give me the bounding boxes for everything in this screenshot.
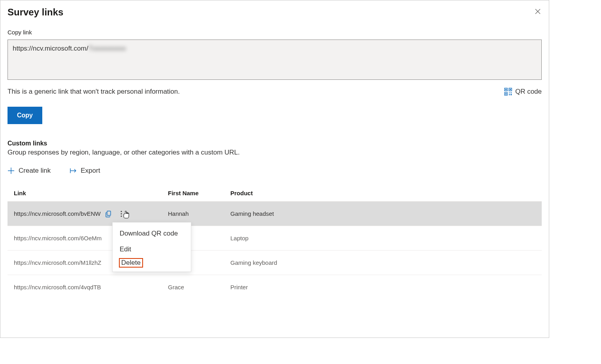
export-label: Export <box>81 167 100 175</box>
row-product: Gaming headset <box>224 202 542 226</box>
context-edit[interactable]: Edit <box>113 241 191 257</box>
svg-point-12 <box>121 213 122 214</box>
custom-links-description: Group responses by region, language, or … <box>8 149 542 157</box>
svg-rect-7 <box>511 92 512 93</box>
create-link-label: Create link <box>19 167 51 175</box>
context-delete[interactable]: Delete <box>118 257 144 268</box>
table-row[interactable]: https://ncv.microsoft.com/4vqdTBGracePri… <box>8 275 542 300</box>
close-icon <box>535 8 541 15</box>
qr-code-icon <box>504 88 512 96</box>
export-button[interactable]: Export <box>70 167 100 175</box>
close-button[interactable] <box>532 6 543 17</box>
row-link-text: https://ncv.microsoft.com/6OeMm <box>14 235 102 241</box>
svg-rect-1 <box>505 89 507 90</box>
copy-icon <box>105 210 112 217</box>
copy-button[interactable]: Copy <box>8 107 42 124</box>
plus-icon <box>8 167 15 174</box>
svg-rect-6 <box>509 92 510 93</box>
copy-link-url-prefix: https://ncv.microsoft.com/ <box>13 44 88 53</box>
row-first-name: Grace <box>162 275 224 300</box>
custom-links-heading: Custom links <box>8 140 542 147</box>
row-more-button[interactable] <box>117 209 126 219</box>
panel-title: Survey links <box>8 7 542 18</box>
row-context-menu: Download QR code Edit Delete <box>112 222 191 272</box>
create-link-button[interactable]: Create link <box>8 167 51 175</box>
qr-code-label: QR code <box>515 88 542 96</box>
copy-link-url-blurred: Txxxxxxxxxx <box>88 44 126 53</box>
qr-code-button[interactable]: QR code <box>504 88 542 96</box>
svg-rect-5 <box>505 93 507 94</box>
row-product: Laptop <box>224 226 542 251</box>
copy-link-label: Copy link <box>8 29 542 36</box>
row-link-text: https://ncv.microsoft.com/bvENW <box>14 210 101 217</box>
svg-point-11 <box>121 211 122 212</box>
export-icon <box>70 167 77 174</box>
svg-rect-8 <box>509 94 510 95</box>
survey-links-panel: Survey links Copy link https://ncv.micro… <box>0 0 549 338</box>
copy-link-info: This is a generic link that won't track … <box>8 88 180 96</box>
custom-links-table: Link First Name Product https://ncv.micr… <box>8 185 542 300</box>
custom-links-actions: Create link Export <box>8 167 542 175</box>
svg-rect-9 <box>511 94 512 95</box>
row-product: Printer <box>224 275 542 300</box>
copy-link-info-row: This is a generic link that won't track … <box>8 88 542 96</box>
row-link-text: https://ncv.microsoft.com/M1llzhZ <box>14 259 101 266</box>
svg-rect-10 <box>107 211 111 215</box>
copy-link-icon-button[interactable] <box>104 209 113 219</box>
copy-link-field[interactable]: https://ncv.microsoft.com/Txxxxxxxxxx <box>8 40 542 80</box>
svg-point-13 <box>121 215 122 217</box>
row-product: Gaming keyboard <box>224 251 542 275</box>
table-row[interactable]: https://ncv.microsoft.com/6OeMmLaptop <box>8 226 542 251</box>
table-row[interactable]: https://ncv.microsoft.com/bvENWHannahGam… <box>8 202 542 226</box>
column-header-product[interactable]: Product <box>224 185 542 202</box>
more-vertical-icon <box>121 211 122 217</box>
column-header-name[interactable]: First Name <box>162 185 224 202</box>
column-header-link[interactable]: Link <box>8 185 162 202</box>
context-download-qr[interactable]: Download QR code <box>113 226 191 241</box>
table-row[interactable]: https://ncv.microsoft.com/M1llzhZGaming … <box>8 251 542 275</box>
row-link-text: https://ncv.microsoft.com/4vqdTB <box>14 284 101 290</box>
svg-rect-3 <box>510 89 511 90</box>
